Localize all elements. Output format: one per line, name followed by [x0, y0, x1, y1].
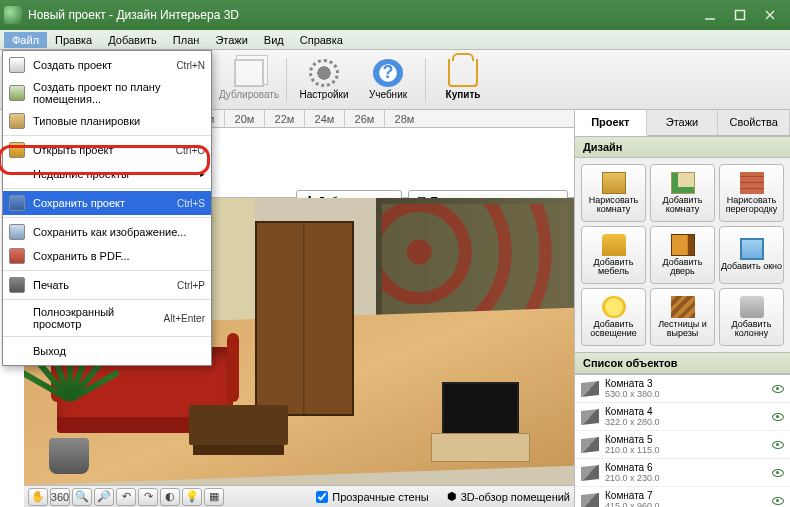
coffee-table-object[interactable]	[189, 405, 288, 445]
menu-item-label: Создать проект	[33, 59, 168, 71]
tutorial-button[interactable]: ?Учебник	[357, 53, 419, 107]
menu-shortcut: Alt+Enter	[164, 313, 205, 324]
canvas-toolbar: ✋ 360 🔍 🔎 ↶ ↷ ◐ 💡 ▦ Прозрачные стены ⬢3D…	[24, 485, 574, 507]
menu-item-save[interactable]: Сохранить проектCtrl+S	[3, 191, 211, 215]
new-icon	[9, 57, 25, 73]
blank-icon	[9, 343, 25, 359]
pdf-icon	[9, 248, 25, 264]
grid-icon[interactable]: ▦	[204, 488, 224, 506]
tool-add-light[interactable]: Добавить освещение	[581, 288, 646, 346]
visibility-icon[interactable]	[772, 385, 784, 393]
tool-add-furniture[interactable]: Добавить мебель	[581, 226, 646, 284]
list-item[interactable]: Комната 6210.0 x 230.0	[575, 459, 790, 487]
titlebar: Новый проект - Дизайн Интерьера 3D	[0, 0, 790, 30]
tool-add-window[interactable]: Добавить окно	[719, 226, 784, 284]
objects-header: Список объектов	[575, 352, 790, 374]
overview-3d-button[interactable]: ⬢3D-обзор помещений	[447, 490, 570, 503]
menu-item-label: Полноэкранный просмотр	[33, 306, 156, 330]
menu-item-plan[interactable]: Создать проект по плану помещения...	[3, 77, 211, 109]
menu-item-label: Типовые планировки	[33, 115, 205, 127]
menu-shortcut: Ctrl+P	[177, 280, 205, 291]
transparent-walls-checkbox[interactable]: Прозрачные стены	[316, 491, 428, 503]
tv-object[interactable]	[442, 382, 519, 439]
menu-item-templates[interactable]: Типовые планировки	[3, 109, 211, 133]
list-item[interactable]: Комната 7415.0 x 960.0	[575, 487, 790, 507]
right-panel: Проект Этажи Свойства Дизайн Нарисовать …	[575, 110, 790, 507]
rotate-tool-icon[interactable]: 360	[50, 488, 70, 506]
menu-item-item[interactable]: Полноэкранный просмотрAlt+Enter	[3, 302, 211, 334]
bulb-icon[interactable]: 💡	[182, 488, 202, 506]
pan-tool-icon[interactable]: ✋	[28, 488, 48, 506]
zoom-in-icon[interactable]: 🔍	[72, 488, 92, 506]
menu-add[interactable]: Добавить	[100, 32, 165, 48]
save-icon	[9, 195, 25, 211]
menu-item-label: Открыть проект	[33, 144, 168, 156]
menu-item-label: Создать проект по плану помещения...	[33, 81, 205, 105]
menu-item-label: Недавние проекты	[33, 168, 192, 180]
visibility-icon[interactable]	[772, 441, 784, 449]
cube-icon	[581, 465, 599, 481]
print-icon	[9, 277, 25, 293]
duplicate-button[interactable]: Дублировать	[218, 53, 280, 107]
menu-edit[interactable]: Правка	[47, 32, 100, 48]
svg-rect-1	[736, 11, 745, 20]
submenu-arrow-icon: ▸	[200, 169, 205, 179]
rotate-left-icon[interactable]: ↶	[116, 488, 136, 506]
minimize-button[interactable]	[704, 9, 716, 21]
app-logo-icon	[4, 6, 22, 24]
tool-draw-room[interactable]: Нарисовать комнату	[581, 164, 646, 222]
list-item[interactable]: Комната 3530.0 x 380.0	[575, 375, 790, 403]
menu-item-new[interactable]: Создать проектCtrl+N	[3, 53, 211, 77]
settings-button[interactable]: Настройки	[293, 53, 355, 107]
menu-shortcut: Ctrl+O	[176, 145, 205, 156]
maximize-button[interactable]	[734, 9, 746, 21]
menu-help[interactable]: Справка	[292, 32, 351, 48]
menu-plan[interactable]: План	[165, 32, 208, 48]
cube-icon	[581, 381, 599, 397]
close-button[interactable]	[764, 9, 776, 21]
tab-floors[interactable]: Этажи	[647, 110, 719, 135]
menu-item-label: Печать	[33, 279, 169, 291]
tv-stand-object[interactable]	[431, 433, 530, 462]
menu-floors[interactable]: Этажи	[207, 32, 255, 48]
file-menu-dropdown: Создать проектCtrl+NСоздать проект по пл…	[2, 50, 212, 366]
tool-add-column[interactable]: Добавить колонну	[719, 288, 784, 346]
tab-project[interactable]: Проект	[575, 110, 647, 136]
wardrobe-object[interactable]	[255, 221, 354, 416]
list-item[interactable]: Комната 4322.0 x 280.0	[575, 403, 790, 431]
menu-item-item[interactable]: Выход	[3, 339, 211, 363]
menu-item-label: Сохранить проект	[33, 197, 169, 209]
zoom-out-icon[interactable]: 🔎	[94, 488, 114, 506]
visibility-icon[interactable]	[772, 497, 784, 505]
window-title: Новый проект - Дизайн Интерьера 3D	[28, 8, 704, 22]
menubar: Файл Правка Добавить План Этажи Вид Спра…	[0, 30, 790, 50]
menu-file[interactable]: Файл	[4, 32, 47, 48]
cube-icon	[581, 437, 599, 453]
menu-item-item[interactable]: Недавние проекты▸	[3, 162, 211, 186]
rotate-right-icon[interactable]: ↷	[138, 488, 158, 506]
cube-icon	[581, 409, 599, 425]
visibility-icon[interactable]	[772, 413, 784, 421]
menu-item-pdf[interactable]: Сохранить в PDF...	[3, 244, 211, 268]
menu-item-print[interactable]: ПечатьCtrl+P	[3, 273, 211, 297]
menu-item-label: Сохранить в PDF...	[33, 250, 205, 262]
list-item[interactable]: Комната 5210.0 x 115.0	[575, 431, 790, 459]
menu-item-label: Сохранить как изображение...	[33, 226, 205, 238]
visibility-icon[interactable]	[772, 469, 784, 477]
object-list[interactable]: Комната 3530.0 x 380.0 Комната 4322.0 x …	[575, 374, 790, 507]
tool-stairs[interactable]: Лестницы и вырезы	[650, 288, 715, 346]
menu-shortcut: Ctrl+N	[176, 60, 205, 71]
tool-add-door[interactable]: Добавить дверь	[650, 226, 715, 284]
tab-properties[interactable]: Свойства	[718, 110, 790, 135]
menu-shortcut: Ctrl+S	[177, 198, 205, 209]
blank-icon	[9, 310, 25, 326]
tool-draw-partition[interactable]: Нарисовать перегородку	[719, 164, 784, 222]
buy-button[interactable]: Купить	[432, 53, 494, 107]
menu-item-image[interactable]: Сохранить как изображение...	[3, 220, 211, 244]
templates-icon	[9, 113, 25, 129]
menu-view[interactable]: Вид	[256, 32, 292, 48]
design-header: Дизайн	[575, 136, 790, 158]
tilt-icon[interactable]: ◐	[160, 488, 180, 506]
tool-add-room[interactable]: Добавить комнату	[650, 164, 715, 222]
menu-item-open[interactable]: Открыть проектCtrl+O	[3, 138, 211, 162]
